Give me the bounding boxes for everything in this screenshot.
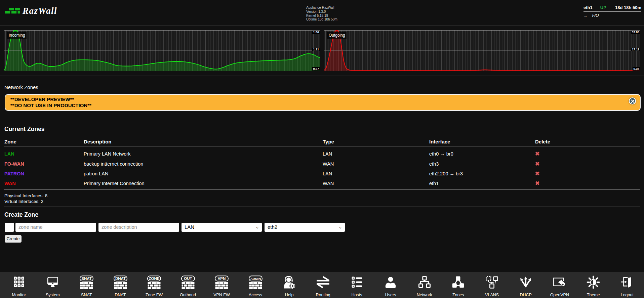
svg-text:OUT: OUT <box>184 276 192 281</box>
svg-text:VPN: VPN <box>218 276 226 281</box>
svg-text:DNAT: DNAT <box>115 276 126 281</box>
svg-text:ZONE: ZONE <box>149 276 160 281</box>
svg-text:ADMIN: ADMIN <box>250 277 261 281</box>
svg-text:SNAT: SNAT <box>82 276 92 281</box>
